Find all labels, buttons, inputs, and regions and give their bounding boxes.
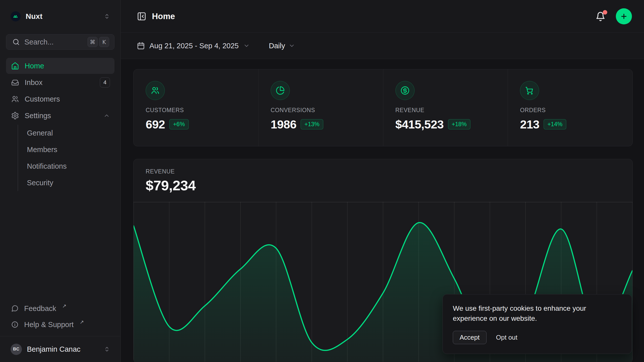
unread-dot [603,10,607,15]
collapse-sidebar-icon[interactable] [137,12,146,21]
info-circle-icon [11,321,19,328]
external-link-icon: ↗ [80,319,84,325]
add-button[interactable] [616,8,632,24]
stat-delta-badge: +6% [169,119,189,129]
stat-delta-badge: +14% [544,119,566,129]
cart-icon [520,81,539,100]
stat-value: $415,523 [395,117,444,131]
chevron-up-icon [103,112,110,119]
chevron-down-icon [289,42,295,49]
notifications-button[interactable] [594,10,607,23]
stat-orders[interactable]: ORDERS 213 +14% [508,69,632,146]
stat-delta-badge: +13% [301,119,323,129]
header-left: Home [137,12,175,21]
sidebar-item-label: Customers [25,95,110,103]
workspace-selector[interactable]: Nuxt [6,10,114,23]
home-icon [11,62,19,70]
stat-value: 213 [520,117,539,131]
kbd-cmd: ⌘ [88,37,98,47]
workspace-name: Nuxt [26,12,98,21]
search-input[interactable] [24,38,83,46]
stat-value: 1986 [271,117,297,131]
feedback-link[interactable]: Feedback ↗ [6,300,114,316]
search-input-wrap[interactable]: ⌘ K [6,34,114,50]
inbox-icon [11,78,19,86]
sidebar-item-members[interactable]: Members [27,141,114,158]
header-right [594,8,632,24]
sidebar-user-section: BC Benjamin Canac [0,336,120,362]
sidebar-nav: Home Inbox 4 Customers Settings Ge [6,58,114,192]
date-range-picker[interactable]: Aug 21, 2025 - Sep 4, 2025 [137,42,250,50]
pie-chart-icon [271,81,290,100]
chevron-up-down-icon [103,346,110,353]
accept-button[interactable]: Accept [453,331,487,344]
sidebar-item-label: Inbox [25,78,94,87]
gear-icon [11,112,19,120]
users-icon [146,81,165,100]
dollar-circle-icon [395,81,415,100]
settings-subnav: General Members Notifications Security [18,125,114,191]
cookie-actions: Accept Opt out [453,331,622,344]
stats-cards: CUSTOMERS 692 +6% CONVERSIONS 1986 +13% [133,69,633,146]
opt-out-button[interactable]: Opt out [496,334,517,341]
feedback-label: Feedback [24,304,56,313]
nuxt-logo-icon [11,11,21,21]
sidebar-footer-links: Feedback ↗ Help & Support ↗ [6,300,114,333]
calendar-icon [137,42,145,50]
sidebar-spacer [0,192,120,300]
revenue-value: $79,234 [146,177,620,194]
chat-bubble-icon [11,305,19,312]
search-icon [12,38,20,46]
stat-customers[interactable]: CUSTOMERS 692 +6% [134,69,258,146]
cookie-message: We use first-party cookies to enhance yo… [453,303,611,324]
inbox-unread-badge: 4 [100,77,110,87]
sidebar-item-general[interactable]: General [27,125,114,141]
sidebar: Nuxt ⌘ K Home Inbox 4 [0,0,121,362]
date-range-value: Aug 21, 2025 - Sep 4, 2025 [149,42,239,50]
stat-label: REVENUE [395,107,508,114]
sidebar-item-notifications[interactable]: Notifications [27,158,114,174]
stat-delta-badge: +18% [448,119,470,129]
sidebar-item-security[interactable]: Security [27,174,114,191]
sidebar-item-home[interactable]: Home [6,58,114,74]
stat-conversions[interactable]: CONVERSIONS 1986 +13% [258,69,383,146]
user-menu-button[interactable]: BC Benjamin Canac [6,340,114,358]
sidebar-item-label: Settings [25,112,98,120]
revenue-label: REVENUE [146,168,620,175]
revenue-panel-header: REVENUE $79,234 [134,159,632,194]
kbd-k: K [99,37,109,47]
sidebar-item-settings[interactable]: Settings [6,108,114,124]
help-support-link[interactable]: Help & Support ↗ [6,316,114,333]
chevron-up-down-icon [103,13,110,20]
user-name: Benjamin Canac [27,345,98,353]
search-kbd-hints: ⌘ K [88,37,109,47]
users-icon [11,95,19,103]
cookie-banner: We use first-party cookies to enhance yo… [442,294,632,354]
sidebar-item-inbox[interactable]: Inbox 4 [6,74,114,90]
stat-label: ORDERS [520,107,632,114]
external-link-icon: ↗ [62,303,66,309]
stat-label: CUSTOMERS [146,107,258,114]
avatar: BC [11,344,22,355]
help-support-label: Help & Support [24,321,74,329]
granularity-select[interactable]: Daily [269,42,295,50]
filters-toolbar: Aug 21, 2025 - Sep 4, 2025 Daily [121,33,644,59]
granularity-value: Daily [269,42,285,50]
page-header: Home [121,0,644,33]
stat-value: 692 [146,117,165,131]
stat-revenue[interactable]: REVENUE $415,523 +18% [383,69,508,146]
sidebar-item-customers[interactable]: Customers [6,91,114,107]
stat-label: CONVERSIONS [271,107,383,114]
sidebar-item-label: Home [25,62,110,70]
chevron-down-icon [243,42,250,49]
page-title: Home [152,12,175,21]
